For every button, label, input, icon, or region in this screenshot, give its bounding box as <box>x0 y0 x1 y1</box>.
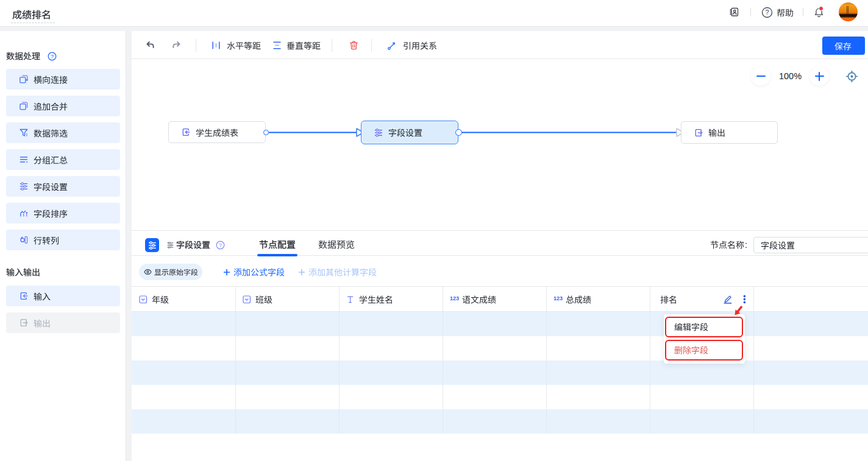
svg-text:?: ? <box>51 53 54 59</box>
svg-text:?: ? <box>765 9 769 16</box>
svg-text:?: ? <box>219 242 222 248</box>
